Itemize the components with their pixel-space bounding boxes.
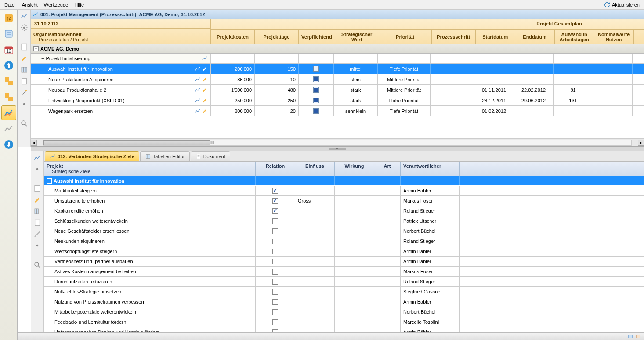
checkbox[interactable]: [313, 108, 319, 114]
checkbox[interactable]: [313, 87, 319, 93]
edit-icon[interactable]: [202, 76, 208, 83]
bottom-row[interactable]: Schlüsselkunden weiterentwickeln Patrick…: [44, 216, 644, 226]
hdr-verpfl[interactable]: Verpflichtend: [299, 30, 335, 44]
edit-icon[interactable]: [202, 66, 208, 72]
hdr-schritt[interactable]: Prozessschritt: [432, 30, 476, 44]
tool-doc[interactable]: [19, 76, 29, 86]
sidebar-contacts[interactable]: @: [1, 11, 16, 25]
top-hscroll[interactable]: ◄ ⦀⦀ ►: [31, 138, 644, 146]
bottom-row[interactable]: Neukunden akquirieren Roland Stieger: [44, 236, 644, 246]
splitter[interactable]: [31, 147, 644, 151]
hdr-aufwand[interactable]: Aufwand in Arbeitstagen: [555, 30, 594, 44]
data-row[interactable]: Entwicklung Neuprodukt (XSIID-01) 250'00…: [31, 95, 644, 106]
hdr-kosten[interactable]: Projektkosten: [211, 30, 255, 44]
expander-icon[interactable]: −: [41, 56, 44, 61]
menu-datei[interactable]: Datei: [2, 1, 18, 8]
chart-icon[interactable]: [195, 76, 201, 83]
btool-magic[interactable]: [33, 229, 42, 239]
btool-edit[interactable]: [33, 195, 42, 205]
hdr-prio[interactable]: Priorität: [379, 30, 432, 44]
chart-icon[interactable]: [195, 66, 201, 72]
data-row[interactable]: Wagenpark ersetzen 200'000 20 sehr klein…: [31, 106, 644, 116]
menu-werkzeuge[interactable]: Werkzeuge: [41, 1, 71, 8]
hdr-end[interactable]: Enddatum: [515, 30, 555, 44]
hdr-tage[interactable]: Projekttage: [255, 30, 299, 44]
bottom-row[interactable]: Vertriebsnetz und -partner ausbauen Armi…: [44, 257, 644, 267]
bottom-row[interactable]: Nutzung von Preisspielräumen verbessern …: [44, 297, 644, 307]
tool-columns[interactable]: [19, 65, 29, 75]
bottom-row[interactable]: Feedback- und Lernkultur fördern Marcell…: [44, 317, 644, 327]
chart-icon[interactable]: [195, 108, 201, 114]
bottom-group[interactable]: −Auswahl Institut für Innovation: [44, 176, 644, 186]
tool-sheet[interactable]: [19, 42, 29, 52]
bottom-row[interactable]: Null-Fehler-Strategie umsetzen Siegfried…: [44, 287, 644, 297]
sidebar-down[interactable]: [1, 137, 16, 152]
checkbox[interactable]: [272, 299, 278, 305]
checkbox[interactable]: [272, 309, 278, 315]
bottom-row[interactable]: Umsatzrendite erhöhen Gross Markus Foser: [44, 196, 644, 206]
hdr-start[interactable]: Startdatum: [476, 30, 515, 44]
bottom-row[interactable]: Unternehmerisches Denken und Handeln för…: [44, 327, 644, 332]
checkbox[interactable]: [272, 259, 278, 264]
bottom-row[interactable]: Durchlaufzeiten reduzieren Roland Stiege…: [44, 277, 644, 287]
btool-cols[interactable]: [33, 206, 42, 216]
tool-settings[interactable]: [19, 23, 29, 33]
tool-magic[interactable]: [19, 88, 29, 98]
checkbox[interactable]: [272, 319, 278, 325]
bottom-row[interactable]: Wertschöpfungstiefe steigern Armin Bäble…: [44, 246, 644, 257]
tool-gear2[interactable]: [19, 99, 29, 109]
checkbox[interactable]: [272, 329, 278, 333]
sidebar-windows[interactable]: [1, 74, 16, 89]
tool-search[interactable]: [19, 119, 29, 128]
btool-search[interactable]: [33, 260, 42, 270]
checkbox[interactable]: [313, 66, 319, 72]
checkbox[interactable]: [272, 218, 278, 224]
tab-0[interactable]: 012. Verbinden Strategische Ziele: [45, 151, 139, 161]
tool-chart[interactable]: [19, 11, 29, 21]
tab-2[interactable]: Dokument: [191, 151, 230, 161]
btool-sheet[interactable]: [33, 184, 42, 193]
checkbox[interactable]: [272, 249, 278, 254]
hdr-wert[interactable]: Strategischer Wert: [335, 30, 379, 44]
checkbox[interactable]: [272, 239, 278, 244]
menu-hilfe[interactable]: Hilfe: [72, 1, 87, 8]
bottom-row[interactable]: Marktanteil steigern Armin Bäbler: [44, 186, 644, 196]
chart-icon[interactable]: [195, 87, 201, 93]
group-row[interactable]: −ACME AG, Demo: [31, 44, 644, 54]
edit-icon[interactable]: [202, 108, 208, 114]
btool-doc[interactable]: [33, 218, 42, 228]
menu-ansicht[interactable]: Ansicht: [19, 1, 40, 8]
tab-1[interactable]: Tabellen Editor: [140, 151, 190, 161]
data-row[interactable]: Auswahl Institut für Innovation 200'000 …: [31, 64, 644, 74]
edit-icon[interactable]: [202, 87, 208, 93]
checkbox[interactable]: [272, 269, 278, 275]
sidebar-windows2[interactable]: [1, 90, 16, 105]
chart-icon[interactable]: [195, 98, 201, 104]
tool-edit[interactable]: [19, 54, 29, 63]
checkbox[interactable]: [272, 198, 278, 204]
bhdr-art[interactable]: Art: [374, 162, 401, 176]
sidebar-calendar[interactable]: 12: [1, 42, 16, 57]
checkbox[interactable]: [313, 76, 319, 82]
sidebar-tasks[interactable]: [1, 26, 16, 41]
expander-icon[interactable]: −: [33, 46, 39, 51]
bottom-row[interactable]: Aktives Kostenmanagement betreiben Marku…: [44, 267, 644, 277]
bhdr-wirk[interactable]: Wirkung: [335, 162, 374, 176]
expander-icon[interactable]: −: [47, 178, 52, 184]
btool-settings[interactable]: [33, 164, 42, 174]
bottom-row[interactable]: Neue Geschäftsfelder erschliessen Norber…: [44, 226, 644, 236]
refresh-button[interactable]: Aktualisieren: [601, 1, 642, 9]
bottom-row[interactable]: Kapitalrendite erhöhen Roland Stieger: [44, 206, 644, 216]
data-row[interactable]: Neubau Produktionshalle 2 1'500'000 480 …: [31, 85, 644, 95]
checkbox[interactable]: [272, 289, 278, 295]
sidebar-chart2[interactable]: [1, 121, 16, 136]
checkbox[interactable]: [313, 98, 319, 103]
checkbox[interactable]: [272, 208, 278, 214]
btool-chart[interactable]: [33, 153, 42, 163]
bhdr-rel[interactable]: Relation: [256, 162, 295, 176]
edit-icon[interactable]: [202, 98, 208, 104]
hdr-nutzen[interactable]: Nominalwerte Nutzen: [594, 30, 634, 44]
bhdr-einfluss[interactable]: Einfluss: [295, 162, 335, 176]
data-row[interactable]: Neue Praktikanten Akquirieren 85'000 10 …: [31, 74, 644, 85]
btool-gear[interactable]: [33, 241, 42, 250]
